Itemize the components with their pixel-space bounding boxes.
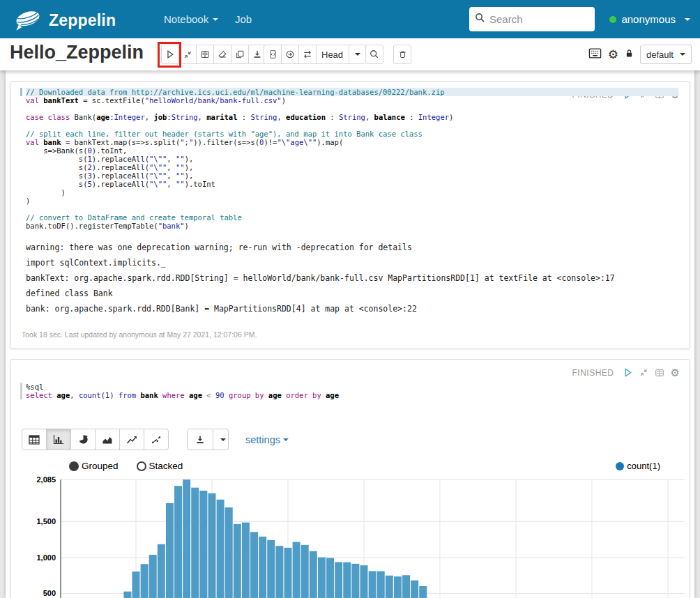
code-line: %sql [26,383,678,391]
scala-code-editor[interactable]: // Downloaded data from http://archive.i… [10,82,690,234]
scala-output: warning: there was one deprecation warni… [10,234,690,325]
permissions-lock-icon[interactable] [625,48,634,61]
svg-text:500: 500 [43,589,56,597]
clear-output-button[interactable] [213,45,231,64]
user-menu[interactable]: anonymous [609,0,690,38]
run-all-button[interactable] [161,45,179,64]
chart-mode-row: Grouped Stacked count(1) [69,461,660,471]
chevron-down-icon [355,53,360,56]
line-chart-button[interactable] [119,429,144,450]
code-line: case class Bank(age:Integer, job:String,… [26,113,678,121]
paragraph-sql: FINISHED ⚙ %sqlselect age, count(1) from… [10,359,690,598]
keyboard-shortcuts-icon[interactable] [588,48,602,61]
age-histogram: 05001,0001,5002,0852635445362718089 [21,473,690,598]
radio-selected-icon [69,461,79,471]
table-view-button[interactable] [22,429,47,450]
code-line: select age, count(1) from bank where age… [26,391,678,399]
download-data-button[interactable] [187,429,213,450]
output-line: defined class Bank [26,286,678,301]
chevron-down-icon [685,18,690,21]
output-line: bankText: org.apache.spark.rdd.RDD[Strin… [26,270,678,286]
note-actions-group [161,45,266,64]
download-group [187,429,229,450]
set-revision-button[interactable] [281,45,299,64]
paragraph-status: FINISHED [572,368,614,378]
top-navbar: Zeppelin Notebook Job anonymous [0,0,700,38]
delete-note-group [393,45,411,64]
code-line [26,105,678,113]
version-control-group: Head [264,45,366,64]
output-line: bank: org.apache.spark.rdd.RDD[Bank] = M… [26,301,678,316]
code-line: // split each line, filter out header (s… [26,130,678,138]
zeppelin-logo-icon [11,5,43,36]
delete-note-button[interactable] [393,45,411,64]
code-line: s(1).replaceAll("\"", ""), [26,155,678,163]
pie-chart-button[interactable] [70,429,96,450]
code-line: val bank = bankText.map(s=>s.split(";"))… [26,138,678,146]
collapse-paragraph-icon[interactable] [639,368,648,377]
collapse-code-button[interactable] [178,45,197,64]
revision-dropdown[interactable]: Head [316,45,366,64]
code-line [26,121,678,130]
run-paragraph-icon[interactable] [623,367,633,378]
search-code-button[interactable] [365,45,383,64]
search-input[interactable] [489,13,580,25]
bar-chart-button[interactable] [46,429,71,450]
clone-note-button[interactable] [231,45,249,64]
code-line: s(3).replaceAll("\"", ""), [26,171,678,180]
download-options-button[interactable] [213,429,229,450]
search-icon [475,13,485,26]
svg-text:1,000: 1,000 [36,553,56,562]
code-line: // convert to DataFrame and create tempo… [26,213,678,222]
paragraph2-status-row: FINISHED ⚙ [572,367,680,378]
global-search[interactable] [469,7,595,31]
svg-text:2,085: 2,085 [36,475,56,484]
compare-revisions-button[interactable] [298,45,317,64]
code-line: // Downloaded data from http://archive.i… [26,88,678,96]
online-status-dot [609,16,616,23]
code-line [26,205,678,213]
radio-unselected-icon [137,461,146,471]
code-line: val bankText = sc.textFile("helloWorld/b… [26,96,678,105]
note-title[interactable]: Hello_Zeppelin [10,42,144,63]
show-editor-icon[interactable] [655,368,664,378]
divider [349,45,349,63]
svg-text:1,500: 1,500 [36,517,56,526]
legend-dot-icon [616,462,624,470]
legend-item-count[interactable]: count(1) [616,461,660,471]
grouped-radio[interactable]: Grouped [69,461,119,471]
show-output-button[interactable] [196,45,214,64]
note-settings-group: ⚙ default [588,45,692,64]
zeppelin-brand[interactable]: Zeppelin [11,5,116,36]
chevron-down-icon [213,18,218,21]
output-line: import sqlContext.implicits._ [26,255,678,270]
chart-settings-toggle[interactable]: settings [245,434,289,445]
chevron-down-icon [283,438,289,441]
note-container: FINISHED ⚙ // Downloaded data from http:… [6,70,694,598]
job-menu[interactable]: Job [235,0,252,38]
scatter-chart-button[interactable] [144,429,169,450]
code-line: ) [26,188,678,197]
note-toolbar: Hello_Zeppelin Head [0,38,700,70]
chevron-down-icon [220,438,226,441]
paragraph-settings-gear-icon[interactable]: ⚙ [671,367,680,378]
paragraph1-footer: Took 18 sec. Last updated by anonymous a… [10,325,690,348]
paragraph-scala: FINISHED ⚙ // Downloaded data from http:… [10,81,690,349]
sql-code-lines: %sqlselect age, count(1) from bank where… [20,383,678,399]
username: anonymous [621,13,676,25]
note-config-gear-icon[interactable]: ⚙ [608,49,618,61]
chart-type-toolbar: settings [10,422,690,450]
commit-note-icon-button[interactable] [264,45,282,64]
area-chart-button[interactable] [95,429,120,450]
interpreter-binding-dropdown[interactable]: default [640,45,692,64]
stacked-radio[interactable]: Stacked [137,461,183,471]
age-histogram-svg: 05001,0001,5002,0852635445362718089 [21,473,692,598]
chevron-down-icon [680,53,685,56]
search-code-group [365,45,383,64]
code-line: bank.toDF().registerTempTable("bank") [26,222,678,230]
code-line: ) [26,197,678,205]
code-line: s(5).replaceAll("\"", "").toInt [26,180,678,188]
code-line: s=>Bank(s(0).toInt, [26,146,678,155]
notebook-menu[interactable]: Notebook [164,0,218,38]
output-line: warning: there was one deprecation warni… [26,240,678,255]
